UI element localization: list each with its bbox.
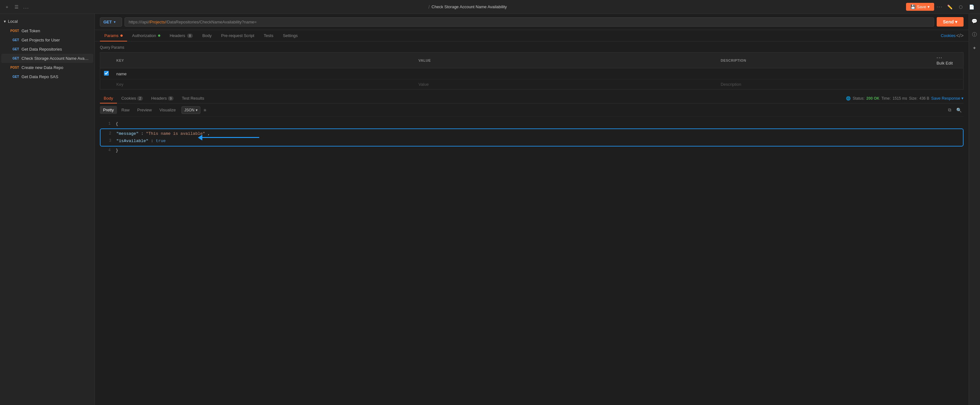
method-badge-create-data-repo: POST [9,66,19,69]
save-button[interactable]: 💾 Save ▾ [906,3,934,11]
copy-icon: ⧉ [948,107,951,112]
line-num-4: 4 [105,147,111,153]
resp-tab-cookies[interactable]: Cookies 2 [118,93,147,103]
save-response-button[interactable]: Save Response ▾ [931,96,964,100]
param-desc-placeholder[interactable]: Description [717,80,933,89]
format-value: JSON [184,108,194,112]
checkbox-cell-2 [100,80,113,89]
param-value-name[interactable] [415,69,717,80]
filter-icon-button[interactable]: ≡ [202,106,208,114]
sidebar-item-get-projects[interactable]: GETGet Projects for User [1,35,93,45]
json-line-1: 1 { [100,121,964,128]
time-value: 1515 ms [893,96,907,100]
tab-pre-request[interactable]: Pre-request Script [217,30,259,41]
code-icon[interactable]: </> [956,33,964,38]
sidebar-item-get-data-repos[interactable]: GETGet Data Repositories [1,45,93,54]
content-area: GET ▾ https:// /api/ /Projects/ /DataRep… [95,14,969,405]
arrow-container [198,135,259,140]
sidebar-item-label-check-storage: Check Storage Account Name Availability [22,56,89,61]
tab-params[interactable]: Params [100,30,127,41]
sidebar-item-get-data-repo-sas[interactable]: GETGet Data Repo SAS [1,72,93,81]
topbar-more-dots[interactable]: ··· [937,4,943,10]
th-actions: ··· Bulk Edit [932,53,963,69]
plus-button[interactable]: + [4,3,10,11]
fmt-visualize[interactable]: Visualize [156,106,179,114]
topbar-dots[interactable]: ... [23,4,29,10]
cookies-link[interactable]: Cookies [941,33,956,38]
bulk-edit-dots[interactable]: ··· [936,55,942,61]
auth-label: Authorization [132,33,156,38]
document-icon-button[interactable]: 📄 [967,3,976,11]
format-select[interactable]: JSON ▾ [181,106,200,114]
json-brace-open: { [116,121,958,128]
edit-icon-button[interactable]: ✏️ [945,3,955,11]
tests-label: Tests [264,33,273,38]
fmt-pretty[interactable]: Pretty [100,106,117,114]
sidebar-item-create-data-repo[interactable]: POSTCreate new Data Repo [1,63,93,72]
url-projects: /Projects/ [149,20,166,24]
search-icon-button[interactable]: 🔍 [955,106,964,114]
bulk-edit-button[interactable]: Bulk Edit [936,61,953,65]
url-path: /DataRepositories/CheckNameAvailability?… [166,20,257,24]
copy-icon-button[interactable]: ⧉ [946,106,953,114]
checkbox-cell-1[interactable] [100,69,113,80]
tab-tests[interactable]: Tests [259,30,278,41]
fmt-preview[interactable]: Preview [134,106,155,114]
tab-body[interactable]: Body [198,30,216,41]
send-button[interactable]: Send ▾ [937,17,964,27]
param-row-placeholder: Key Value Description [100,80,964,89]
param-actions-1 [932,69,963,80]
filter-icon: ≡ [204,108,206,113]
response-section: Body Cookies 2 Headers 9 Test Results 🌐 … [95,93,969,405]
resp-tab-headers[interactable]: Headers 9 [147,93,177,103]
param-checkbox-1[interactable] [104,71,109,76]
method-chevron: ▾ [114,20,115,24]
info-icon[interactable]: ⓘ [970,30,979,40]
params-section: Query Params KEY VALUE DESCRIPTION ··· B… [95,41,969,89]
json-colon-1: : [141,131,146,136]
json-key-message: "message" [116,131,138,136]
fmt-raw[interactable]: Raw [118,106,133,114]
sidebar-local-section[interactable]: ▾ Local [0,16,94,26]
sidebar-item-label-create-data-repo: Create new Data Repo [22,65,63,70]
body-format-row: Pretty Raw Preview Visualize JSON ▾ ≡ ⧉ … [100,104,964,117]
breadcrumb-title: Check Storage Account Name Availability [431,5,507,9]
time-prefix: Time: [881,96,891,100]
hamburger-button[interactable]: ☰ [13,3,21,11]
size-value: 436 B [919,96,929,100]
resp-headers-badge: 9 [168,96,173,100]
sidebar-item-get-token[interactable]: POSTGet Token [1,26,93,35]
param-value-placeholder[interactable]: Value [415,80,717,89]
sidebar-item-label-get-projects: Get Projects for User [22,38,60,42]
plus-icon: + [6,5,8,10]
param-row-name: name [100,69,964,80]
params-table: KEY VALUE DESCRIPTION ··· Bulk Edit [100,52,964,89]
th-description: DESCRIPTION [717,53,933,69]
request-tabs: Params Authorization Headers 8 Body Pre-… [95,30,969,41]
param-key-name[interactable]: name [113,69,415,80]
th-value: VALUE [415,53,717,69]
tab-headers[interactable]: Headers 8 [165,30,197,41]
param-desc-name[interactable] [717,69,933,80]
chat-icon[interactable]: 💬 [970,16,979,26]
search-icon: 🔍 [956,108,962,113]
format-chevron: ▾ [196,108,197,112]
chevron-icon: ▾ [4,19,6,24]
param-key-placeholder[interactable]: Key [113,80,415,89]
sidebar-item-check-storage[interactable]: GETCheck Storage Account Name Availabili… [1,54,93,63]
json-value-message: "This name is available" [146,131,205,136]
resp-tab-test-results[interactable]: Test Results [178,93,208,103]
resp-tab-body[interactable]: Body [100,93,117,103]
json-brace-close: } [116,147,958,154]
method-select[interactable]: GET ▾ [100,18,122,27]
magic-icon[interactable]: ✦ [970,43,978,53]
send-chevron: ▾ [955,19,957,24]
tab-settings[interactable]: Settings [278,30,302,41]
method-badge-get-data-repo-sas: GET [9,75,19,78]
share-icon-button[interactable]: ⬡ [957,3,964,11]
breadcrumb-slash: / [428,5,430,10]
tab-authorization[interactable]: Authorization [128,30,165,41]
save-response-chevron: ▾ [961,96,964,100]
url-input[interactable]: https:// /api/ /Projects/ /DataRepositor… [124,18,934,27]
json-key-isavailable: "isAvailable" [116,139,148,144]
